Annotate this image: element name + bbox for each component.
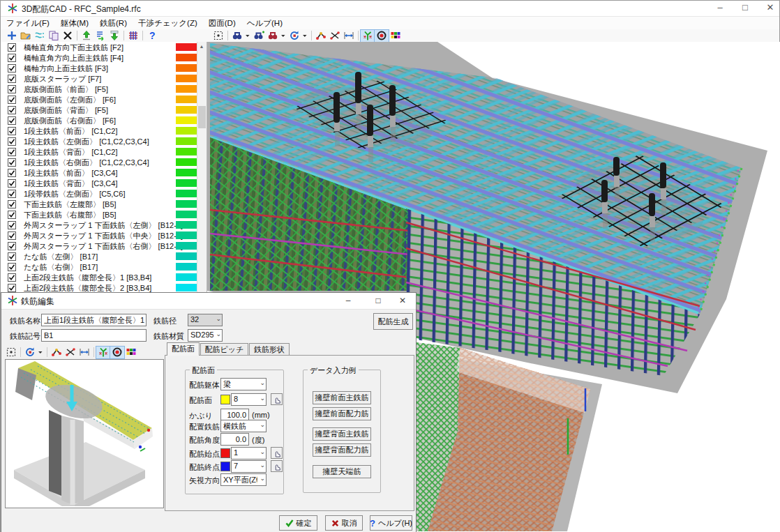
caret-icon[interactable] — [244, 30, 252, 42]
row-checkbox[interactable] — [8, 263, 16, 271]
row-checkbox[interactable] — [8, 43, 16, 52]
caret-icon[interactable] — [280, 30, 287, 42]
menu-item-3[interactable]: 干渉チェック(Z) — [133, 17, 203, 29]
矢視方向-select[interactable]: XY平面(Z軸正⌄ — [220, 473, 267, 486]
row-checkbox[interactable] — [8, 252, 16, 261]
maximize-button[interactable]: □ — [733, 1, 757, 16]
add-icon[interactable] — [5, 30, 19, 42]
配筋始点-select[interactable]: 1⌄ — [231, 447, 267, 459]
help-button[interactable]: ?ヘルプ(H) — [370, 515, 412, 531]
rebar-list-row[interactable]: 1段主鉄筋〈背面〉 [C3,C4] — [1, 178, 198, 189]
tab-0[interactable]: 配筋面 — [167, 342, 200, 356]
row-checkbox[interactable] — [8, 64, 16, 73]
dimension-icon[interactable] — [77, 347, 91, 358]
example-button-0[interactable]: 擁壁前面主鉄筋 — [313, 391, 371, 404]
wire-icon[interactable] — [33, 30, 47, 42]
row-color-swatch[interactable] — [176, 273, 197, 281]
generate-rebar-button[interactable]: 配筋生成 — [373, 313, 413, 330]
export-down-icon[interactable] — [107, 30, 121, 42]
配筋躯体-select[interactable]: 梁⌄ — [220, 378, 267, 390]
axis-icon[interactable] — [361, 30, 375, 42]
row-color-swatch[interactable] — [176, 284, 197, 291]
nodes-icon[interactable] — [50, 347, 63, 358]
row-color-swatch[interactable] — [176, 211, 197, 218]
caret-icon[interactable] — [37, 347, 45, 358]
preview-3d-scene[interactable] — [6, 360, 162, 506]
menu-item-5[interactable]: ヘルプ(H) — [241, 17, 288, 29]
example-button-2[interactable]: 擁壁背面主鉄筋 — [313, 427, 371, 441]
row-color-swatch[interactable] — [176, 75, 197, 82]
copy-icon[interactable] — [47, 30, 61, 42]
row-checkbox[interactable] — [8, 179, 16, 188]
row-color-swatch[interactable] — [176, 148, 197, 155]
axis-icon[interactable] — [96, 347, 110, 358]
menu-item-4[interactable]: 図面(D) — [203, 17, 241, 29]
color-swatch[interactable] — [220, 448, 230, 458]
nodes-x-icon[interactable] — [63, 347, 77, 358]
pick-hand-button[interactable] — [271, 460, 283, 472]
row-color-swatch[interactable] — [176, 106, 197, 114]
row-color-swatch[interactable] — [176, 179, 197, 187]
dialog-minimize-button[interactable]: – — [338, 294, 359, 308]
dimension-icon[interactable] — [342, 30, 356, 42]
menu-item-1[interactable]: 躯体(M) — [55, 17, 94, 29]
row-color-swatch[interactable] — [176, 54, 197, 61]
row-color-swatch[interactable] — [176, 221, 197, 229]
row-checkbox[interactable] — [8, 106, 16, 114]
row-checkbox[interactable] — [8, 284, 16, 292]
rotate-icon[interactable] — [287, 30, 301, 42]
find-red-icon[interactable] — [266, 30, 280, 42]
row-checkbox[interactable] — [8, 127, 16, 135]
rebar-list-row[interactable]: 下面主鉄筋〈右腹部〉 [B5] — [1, 209, 198, 220]
cancel-button[interactable]: 取消 — [325, 515, 363, 531]
rotate-icon[interactable] — [23, 347, 37, 358]
menu-item-0[interactable]: ファイル(F) — [1, 17, 55, 29]
rebar-list-row[interactable]: 1段帯鉄筋〈左側面〉 [C5,C6] — [1, 188, 198, 199]
tab-2[interactable]: 鉄筋形状 — [249, 343, 290, 355]
target-icon[interactable] — [110, 347, 124, 358]
row-color-swatch[interactable] — [176, 252, 197, 260]
rebar-list-row[interactable]: 外周スターラップ 1 下面鉄筋〈左側〉 [B12-1] — [1, 220, 198, 231]
rebar-list-row[interactable]: 1段主鉄筋〈前面〉 [C1,C2] — [1, 126, 198, 137]
rebar-list-row[interactable]: 1段主鉄筋〈前面〉 [C3,C4] — [1, 167, 198, 178]
配筋角度-input[interactable]: 0.0 — [220, 433, 249, 446]
scrollbar-thumb[interactable] — [198, 106, 206, 128]
row-color-swatch[interactable] — [176, 85, 197, 93]
find-icon[interactable] — [230, 30, 244, 42]
row-color-swatch[interactable] — [176, 231, 197, 239]
caret-icon[interactable] — [301, 30, 309, 42]
row-color-swatch[interactable] — [176, 169, 197, 176]
rebar-list-row[interactable]: 底版側面筋〈前面〉 [F5] — [1, 84, 198, 95]
color-swatch[interactable] — [220, 462, 230, 471]
color-swatch[interactable] — [220, 395, 230, 404]
row-color-swatch[interactable] — [176, 158, 197, 166]
row-checkbox[interactable] — [8, 200, 16, 208]
配置鉄筋-select[interactable]: 横鉄筋⌄ — [220, 420, 267, 432]
row-color-swatch[interactable] — [176, 263, 197, 271]
row-color-swatch[interactable] — [176, 127, 197, 135]
palette-icon[interactable] — [124, 347, 138, 358]
row-color-swatch[interactable] — [176, 242, 197, 250]
配筋終点-select[interactable]: 7⌄ — [231, 460, 267, 473]
palette-icon[interactable] — [389, 30, 403, 42]
rebar-list-row[interactable]: 底版側面筋〈右側面〉 [F6] — [1, 115, 198, 126]
rebar-list-row[interactable]: 外周スターラップ 1 下面鉄筋〈右側〉 [B12-1] — [1, 241, 198, 252]
row-checkbox[interactable] — [8, 75, 16, 83]
scroll-up-icon[interactable]: ▲ — [197, 42, 206, 52]
rebar-list-row[interactable]: たな筋〈右側〉 [B17] — [1, 261, 198, 273]
row-checkbox[interactable] — [8, 148, 16, 156]
tab-1[interactable]: 配筋ピッチ — [200, 343, 248, 355]
row-checkbox[interactable] — [8, 158, 16, 167]
rebar-list-row[interactable]: 1段主鉄筋〈左側面〉 [C1,C2,C3,C4] — [1, 136, 198, 147]
row-checkbox[interactable] — [8, 231, 16, 240]
row-color-swatch[interactable] — [176, 64, 197, 72]
export-up-icon[interactable] — [80, 30, 93, 42]
example-button-4[interactable]: 擁壁天端筋 — [313, 465, 371, 478]
row-color-swatch[interactable] — [176, 200, 197, 208]
menu-item-2[interactable]: 鉄筋(R) — [94, 17, 133, 29]
row-checkbox[interactable] — [8, 96, 16, 104]
rebar-list-row[interactable]: 下面主鉄筋〈左腹部〉 [B5] — [1, 199, 198, 210]
example-button-3[interactable]: 擁壁背面配力筋 — [313, 443, 371, 457]
row-color-swatch[interactable] — [176, 137, 197, 145]
pick-hand-button[interactable] — [271, 447, 283, 459]
